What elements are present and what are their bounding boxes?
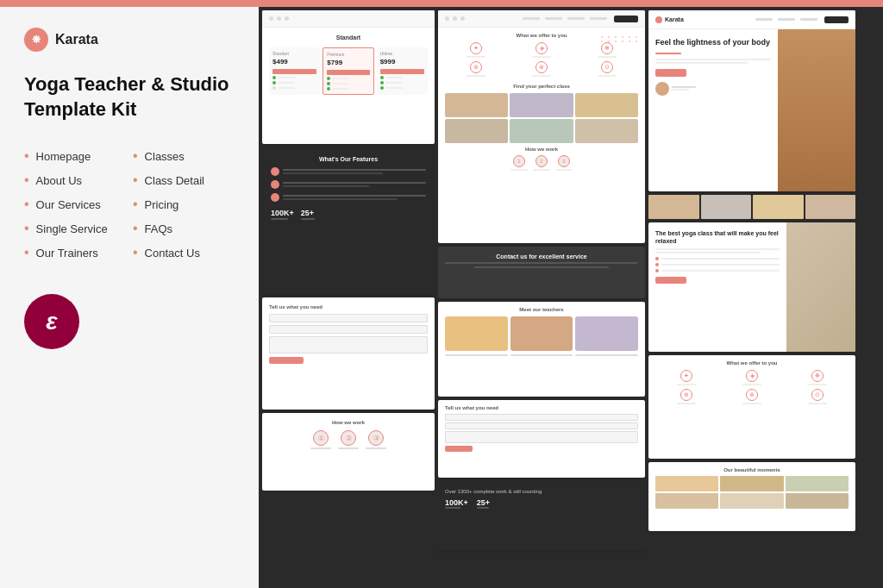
standard-btn[interactable] — [272, 69, 316, 74]
form-textarea[interactable] — [269, 336, 428, 353]
offer-2-label-3 — [808, 384, 827, 385]
offer-2-item-6: ⊙ — [786, 389, 849, 404]
check-9 — [380, 86, 384, 90]
nav-line-2 — [545, 17, 562, 20]
hero-nav-btn[interactable] — [824, 16, 849, 23]
hero-text-line-2 — [655, 62, 748, 64]
ultimate-btn[interactable] — [380, 69, 424, 74]
find-class-body: What we offer to you ✦ ◈ — [438, 28, 645, 176]
nav-item-contact[interactable]: • Contact Us — [133, 246, 235, 260]
contact-dark-body: Contact us for excellent service — [438, 247, 645, 275]
standard-price: $499 — [272, 58, 316, 66]
thumb-1 — [648, 195, 699, 219]
feature-item-1 — [271, 167, 426, 176]
form-submit-btn[interactable] — [269, 357, 304, 364]
offer-item-5: ⊗ — [510, 61, 573, 77]
premium-btn[interactable] — [327, 70, 369, 75]
kit-title: Yoga Teacher & Studio Template Kit — [24, 72, 235, 122]
ultimate-label: Ultima — [380, 51, 424, 56]
best-yoga-btn[interactable] — [655, 277, 686, 284]
tell-us-submit[interactable] — [445, 446, 473, 452]
elementor-badge: ε — [24, 294, 79, 349]
nav-item-about[interactable]: • About Us — [24, 173, 126, 187]
brand-icon: ❋ — [24, 28, 48, 52]
hero-cta-btn[interactable] — [655, 69, 686, 77]
pricing-text-5 — [332, 83, 349, 84]
how-work-title-2: How we work — [445, 147, 638, 152]
class-photo-1 — [445, 93, 508, 117]
check-8 — [380, 81, 384, 84]
step-label-a — [510, 169, 528, 171]
offer-2-title: What we offer to you — [655, 360, 849, 366]
form-field-1[interactable] — [269, 314, 428, 322]
tell-us-card: Tell us what you need — [438, 400, 645, 478]
feature-line-5 — [283, 195, 426, 197]
pricing-row-7 — [380, 76, 424, 79]
tell-us-field-2[interactable] — [445, 422, 638, 429]
contact-line-2 — [474, 266, 610, 268]
teacher-photo-3 — [575, 316, 638, 351]
premium-price: $799 — [327, 59, 369, 66]
offer-label-5 — [532, 75, 551, 77]
stat-block-2: 25+ — [477, 498, 490, 509]
yoga-nav-logo: Karata — [655, 16, 684, 23]
elementor-icon: ε — [46, 308, 57, 335]
feature-row-1 — [655, 257, 780, 260]
nav-item-faqs[interactable]: • FAQs — [133, 222, 235, 235]
form-field-2[interactable] — [269, 325, 428, 334]
nav-item-classes[interactable]: • Classes — [133, 149, 235, 163]
teacher-name-2 — [510, 354, 573, 356]
standard-plan: Standart $499 — [269, 47, 320, 95]
feature-icon-3 — [271, 193, 279, 202]
pricing-text-8 — [385, 82, 403, 84]
contact-dark-card: Contact us for excellent service — [438, 247, 645, 298]
offer-item-6: ⊙ — [576, 61, 638, 77]
dot-6 — [636, 36, 637, 38]
preview-area: Standart Standart $499 — [259, 7, 883, 588]
moments-grid — [655, 476, 849, 509]
nav-item-pricing[interactable]: • Pricing — [133, 197, 235, 211]
main-layout: ❋ Karata Yoga Teacher & Studio Template … — [0, 7, 883, 588]
step-1: ① — [310, 430, 331, 449]
brand-name: Karata — [55, 32, 98, 47]
feature-line-2 — [283, 172, 383, 174]
feat-dot-1 — [655, 257, 659, 260]
feat-text-3 — [661, 270, 780, 272]
offer-label-4 — [467, 75, 485, 77]
hero-avatar — [655, 82, 669, 96]
nav-item-homepage[interactable]: • Homepage — [24, 149, 126, 163]
moment-3 — [786, 476, 849, 491]
nav-item-class-detail[interactable]: • Class Detail — [133, 173, 235, 187]
check-1 — [272, 76, 276, 79]
feat-text-2 — [661, 264, 780, 266]
nav-item-trainers[interactable]: • Our Trainers — [24, 246, 126, 260]
pricing-text-3 — [278, 87, 295, 89]
moments-title: Our beautiful moments — [655, 467, 849, 472]
feature-text-2 — [283, 182, 426, 187]
teachers-body: Meet our teachers — [438, 302, 645, 361]
best-yoga-card: The best yoga class that will make you f… — [648, 222, 855, 352]
hero-photo-area — [778, 29, 855, 191]
stat-25: 25+ — [477, 498, 490, 507]
tell-us-textarea[interactable] — [445, 431, 638, 443]
hero-text: Feel the lightness of your body — [648, 29, 778, 191]
feature-row-2 — [655, 263, 780, 266]
offer-2-item-3: ❋ — [786, 370, 849, 385]
nav-line-4 — [590, 17, 607, 20]
pricing-row-1 — [272, 76, 316, 79]
mock-nav — [523, 17, 607, 20]
profile-name — [672, 86, 696, 88]
offer-2-label-2 — [742, 384, 761, 385]
dark-stats: 100K+ 25+ — [271, 209, 426, 220]
nav-item-services[interactable]: • Our Services — [24, 197, 126, 211]
stat-100k: 100K+ — [445, 498, 468, 507]
check-6 — [327, 87, 330, 91]
standard-label: Standart — [272, 51, 316, 56]
nav-item-single-service[interactable]: • Single Service — [24, 222, 126, 235]
preview-col-1: Standart Standart $499 — [262, 10, 435, 585]
preview-grid: Standart Standart $499 — [259, 7, 883, 588]
pricing-row-5 — [327, 82, 369, 85]
feature-icon-2 — [271, 180, 279, 189]
contact-service-title: Contact us for excellent service — [445, 253, 638, 260]
tell-us-field-1[interactable] — [445, 414, 638, 421]
